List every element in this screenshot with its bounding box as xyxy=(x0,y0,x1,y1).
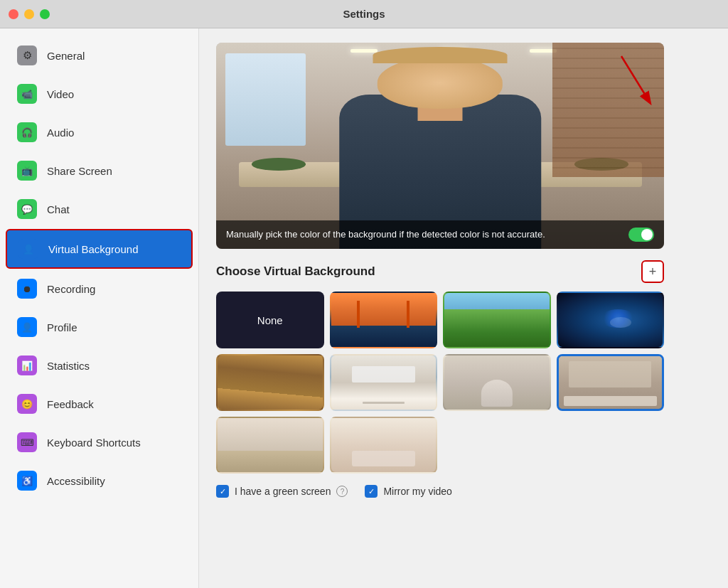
content-area: Manually pick the color of the backgroun… xyxy=(199,28,728,588)
sidebar-item-statistics[interactable]: 📊 Statistics xyxy=(6,347,193,384)
virtual-background-icon: 👤 xyxy=(18,239,38,259)
background-grid: None xyxy=(216,292,664,474)
background-office1[interactable] xyxy=(330,354,438,411)
sidebar-label-virtual-background: Virtual Background xyxy=(48,243,138,255)
sidebar-label-feedback: Feedback xyxy=(47,398,94,410)
window-title: Settings xyxy=(343,8,385,20)
color-pick-toggle[interactable] xyxy=(628,228,654,242)
sidebar-label-recording: Recording xyxy=(47,283,95,295)
keyboard-icon: ⌨ xyxy=(17,432,37,452)
title-bar: Settings xyxy=(0,0,728,28)
background-wood[interactable] xyxy=(216,354,324,411)
background-living1[interactable] xyxy=(216,417,324,474)
statistics-icon: 📊 xyxy=(17,356,37,375)
sidebar-item-accessibility[interactable]: ♿ Accessibility xyxy=(6,462,193,499)
checkbox-area: ✓ I have a green screen ? ✓ Mirror my vi… xyxy=(216,485,664,498)
sidebar: ⚙ General 📹 Video 🎧 Audio 📺 Share Screen… xyxy=(0,28,199,588)
video-preview: Manually pick the color of the backgroun… xyxy=(216,43,664,249)
profile-icon: 👤 xyxy=(17,317,37,337)
sidebar-label-audio: Audio xyxy=(47,127,74,139)
recording-icon: ⏺ xyxy=(17,279,37,299)
sidebar-item-audio[interactable]: 🎧 Audio xyxy=(6,114,193,151)
close-button[interactable] xyxy=(9,9,18,19)
sidebar-label-profile: Profile xyxy=(47,321,77,333)
sidebar-label-video: Video xyxy=(47,88,74,100)
feedback-icon: 😊 xyxy=(17,394,37,414)
none-label: None xyxy=(257,314,283,326)
choose-background-header: Choose Virtual Background + xyxy=(216,260,664,283)
green-screen-help-icon[interactable]: ? xyxy=(336,486,348,497)
sidebar-item-video[interactable]: 📹 Video xyxy=(6,75,193,112)
chat-icon: 💬 xyxy=(17,199,37,219)
sidebar-item-profile[interactable]: 👤 Profile xyxy=(6,309,193,346)
background-none[interactable]: None xyxy=(216,292,324,348)
sidebar-label-share-screen: Share Screen xyxy=(47,165,112,177)
sidebar-label-statistics: Statistics xyxy=(47,360,90,372)
sidebar-item-general[interactable]: ⚙ General xyxy=(6,37,193,74)
mirror-video-item: ✓ Mirror my video xyxy=(365,485,451,498)
sidebar-item-feedback[interactable]: 😊 Feedback xyxy=(6,385,193,422)
video-icon: 📹 xyxy=(17,84,37,104)
sidebar-label-chat: Chat xyxy=(47,203,70,215)
mirror-video-label: Mirror my video xyxy=(383,486,451,497)
caption-bar: Manually pick the color of the backgroun… xyxy=(216,220,664,249)
sidebar-item-keyboard-shortcuts[interactable]: ⌨ Keyboard Shortcuts xyxy=(6,424,193,461)
background-office2[interactable] xyxy=(443,354,551,411)
sidebar-item-recording[interactable]: ⏺ Recording xyxy=(6,270,193,307)
plus-icon: + xyxy=(649,264,657,279)
sidebar-item-virtual-background[interactable]: 👤 Virtual Background xyxy=(6,229,193,269)
background-golden-gate[interactable] xyxy=(330,292,438,348)
minimize-button[interactable] xyxy=(24,9,34,19)
accessibility-icon: ♿ xyxy=(17,471,37,491)
sidebar-label-keyboard-shortcuts: Keyboard Shortcuts xyxy=(47,437,141,449)
green-screen-item: ✓ I have a green screen ? xyxy=(216,485,348,498)
traffic-lights xyxy=(9,9,50,19)
sidebar-label-accessibility: Accessibility xyxy=(47,475,105,487)
mirror-video-checkbox[interactable]: ✓ xyxy=(365,485,378,498)
background-grass[interactable] xyxy=(443,292,551,348)
green-screen-checkbox[interactable]: ✓ xyxy=(216,485,229,498)
background-office3[interactable] xyxy=(557,354,665,411)
gear-icon: ⚙ xyxy=(17,46,37,65)
share-screen-icon: 📺 xyxy=(17,161,37,181)
sidebar-item-chat[interactable]: 💬 Chat xyxy=(6,191,193,228)
background-earth[interactable] xyxy=(557,292,665,348)
main-container: ⚙ General 📹 Video 🎧 Audio 📺 Share Screen… xyxy=(0,28,728,588)
sidebar-label-general: General xyxy=(47,50,85,62)
add-background-button[interactable]: + xyxy=(641,260,664,283)
video-section: Manually pick the color of the backgroun… xyxy=(216,43,664,249)
maximize-button[interactable] xyxy=(40,9,50,19)
green-screen-label: I have a green screen xyxy=(235,486,331,497)
choose-background-title: Choose Virtual Background xyxy=(216,264,375,279)
background-living2[interactable] xyxy=(330,417,438,474)
sidebar-item-share-screen[interactable]: 📺 Share Screen xyxy=(6,152,193,189)
headphone-icon: 🎧 xyxy=(17,122,37,142)
caption-text: Manually pick the color of the backgroun… xyxy=(226,228,628,241)
